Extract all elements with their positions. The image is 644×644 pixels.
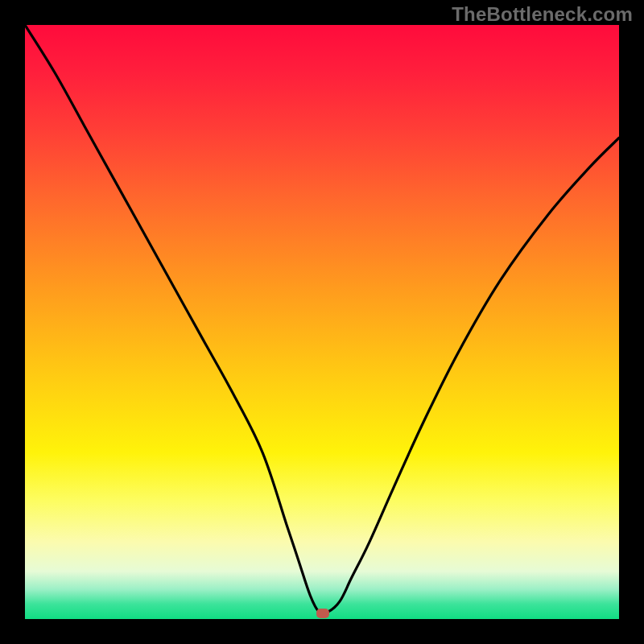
- bottleneck-curve: [25, 25, 619, 619]
- watermark-text: TheBottleneck.com: [452, 3, 633, 26]
- optimum-marker: [316, 609, 329, 618]
- curve-path: [25, 25, 619, 613]
- chart-frame: TheBottleneck.com: [0, 0, 644, 644]
- plot-area: [25, 25, 619, 619]
